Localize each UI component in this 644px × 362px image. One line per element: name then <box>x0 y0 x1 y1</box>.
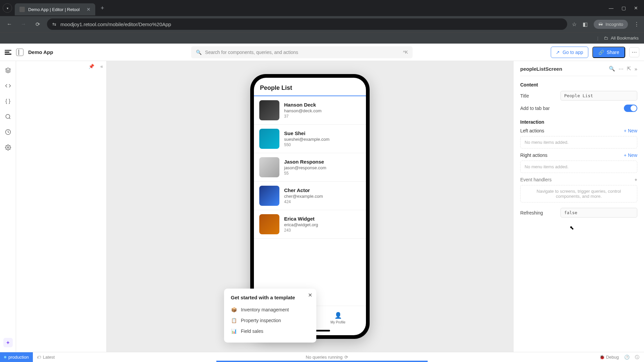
side-panel-icon[interactable]: ◧ <box>583 21 588 27</box>
incognito-badge: 🕶 Incognito <box>594 20 628 29</box>
close-tab-icon[interactable]: ✕ <box>87 7 91 12</box>
refreshing-input[interactable] <box>560 208 637 218</box>
browser-menu-icon[interactable]: ⋮ <box>634 21 639 27</box>
list-item[interactable]: Erica Widgeterica@widget.org243 <box>254 210 366 239</box>
tabbar-toggle[interactable] <box>624 105 637 112</box>
tab-search-icon[interactable]: ▾ <box>3 3 12 13</box>
forward-icon[interactable]: → <box>19 21 28 27</box>
maximize-icon[interactable]: ▢ <box>622 5 626 11</box>
tabbar-label: Add to tab bar <box>520 106 550 111</box>
list-item[interactable]: Hanson Deckhanson@deck.com37 <box>254 96 366 125</box>
search-insp-icon[interactable]: 🔍 <box>609 66 615 72</box>
search-rail-icon[interactable] <box>4 113 12 121</box>
person-email: erica@widget.org <box>284 222 318 227</box>
person-name: Erica Widget <box>284 216 318 222</box>
debug-button[interactable]: 🐞 Debug <box>599 355 619 360</box>
template-item-field-sales[interactable]: 📊 Field sales <box>231 326 310 337</box>
url-input[interactable]: ⇆ moodjoy1.retool.com/mobile/editor/Demo… <box>47 18 567 30</box>
refresh-icon[interactable]: ⟳ <box>344 355 348 360</box>
incognito-icon: 🕶 <box>598 22 603 27</box>
svg-marker-0 <box>5 68 10 71</box>
unpin-insp-icon[interactable]: ⇱ <box>627 66 631 72</box>
person-number: 550 <box>284 142 329 147</box>
go-to-app-button[interactable]: ↗ Go to app <box>551 47 588 58</box>
event-handlers-help: Navigate to screens, trigger queries, co… <box>520 185 637 202</box>
interaction-section-label: Interaction <box>520 119 637 125</box>
incognito-label: Incognito <box>605 22 623 27</box>
title-field-input[interactable] <box>560 91 637 101</box>
browser-tab-strip: ▾ Demo App | Editor | Retool ✕ + — ▢ ✕ <box>0 0 644 16</box>
expand-insp-icon[interactable]: » <box>635 66 637 72</box>
box-icon: 📦 <box>231 307 237 312</box>
reload-icon[interactable]: ⟳ <box>33 21 42 27</box>
more-menu-icon[interactable]: ⋯ <box>629 47 639 57</box>
bottom-accent-bar <box>216 361 428 362</box>
left-panel: 📌 « <box>16 61 107 352</box>
clipboard-icon: 📋 <box>231 318 237 323</box>
back-icon[interactable]: ← <box>5 21 14 27</box>
history-icon[interactable] <box>4 128 12 136</box>
event-handlers-label: Event handlers <box>520 177 551 182</box>
person-name: Hanson Deck <box>284 102 321 108</box>
info-icon[interactable]: ⓘ <box>635 354 639 360</box>
favicon-icon <box>19 7 25 12</box>
external-link-icon: ↗ <box>556 50 560 55</box>
browser-tab[interactable]: Demo App | Editor | Retool ✕ <box>15 3 95 15</box>
all-bookmarks-link[interactable]: All Bookmarks <box>611 36 639 41</box>
avatar <box>259 157 279 177</box>
template-heading: Get started with a template <box>231 295 310 300</box>
plus-icon: + <box>624 128 627 133</box>
list-item[interactable]: Sue Sheisueshei@example.com550 <box>254 125 366 153</box>
app-header: Demo App 🔍 Search for components, querie… <box>0 44 644 61</box>
tag-icon: 🏷 <box>37 355 41 360</box>
pin-icon[interactable]: 📌 <box>89 64 94 69</box>
environment-label: production <box>8 355 29 360</box>
status-bar: production 🏷 Latest No queries running ⟳… <box>0 352 644 362</box>
new-tab-button[interactable]: + <box>98 3 107 13</box>
global-search-input[interactable]: 🔍 Search for components, queries, and ac… <box>191 46 413 58</box>
link-icon: 🔗 <box>598 50 604 55</box>
more-insp-icon[interactable]: ⋯ <box>619 66 624 72</box>
person-name: Jason Response <box>284 159 326 165</box>
search-icon: 🔍 <box>196 50 202 55</box>
list-item[interactable]: Cher Actorcher@example.com424 <box>254 182 366 210</box>
site-info-icon[interactable]: ⇆ <box>52 21 56 27</box>
person-name: Cher Actor <box>284 187 323 193</box>
avatar <box>259 129 279 149</box>
person-email: jason@response.com <box>284 165 326 170</box>
minimize-icon[interactable]: — <box>609 5 613 11</box>
layers-icon[interactable] <box>4 66 12 74</box>
bookmark-star-icon[interactable]: ☆ <box>572 21 577 27</box>
tab-title: Demo App | Editor | Retool <box>28 7 79 12</box>
clock-icon[interactable]: 🕑 <box>624 355 630 360</box>
share-button[interactable]: 🔗 Share <box>592 47 625 58</box>
tab-my-profile[interactable]: 👤 My Profile <box>310 306 366 330</box>
version-selector[interactable]: 🏷 Latest <box>37 355 55 360</box>
close-window-icon[interactable]: ✕ <box>634 5 638 11</box>
environment-badge[interactable]: production <box>0 352 33 362</box>
folder-icon: 🗀 <box>604 36 608 41</box>
retool-logo-icon[interactable] <box>5 50 11 55</box>
right-actions-new-button[interactable]: + New <box>624 153 637 158</box>
template-item-inventory[interactable]: 📦 Inventory management <box>231 304 310 315</box>
close-icon[interactable]: ✕ <box>308 292 312 298</box>
braces-icon[interactable]: { } <box>4 97 12 105</box>
settings-icon[interactable] <box>4 143 12 152</box>
inspector-title: peopleListScreen <box>520 66 605 72</box>
template-item-property[interactable]: 📋 Property inspection <box>231 315 310 326</box>
left-actions-new-button[interactable]: + New <box>624 128 637 133</box>
canvas[interactable]: People List Hanson Deckhanson@deck.com37… <box>107 61 513 352</box>
refreshing-label: Refreshing <box>520 210 560 216</box>
list-item[interactable]: Jason Responsejason@response.com55 <box>254 153 366 182</box>
person-email: cher@example.com <box>284 194 323 199</box>
code-icon[interactable] <box>4 82 12 90</box>
left-actions-label: Left actions <box>520 128 544 133</box>
person-name: Sue Shei <box>284 130 329 136</box>
person-number: 37 <box>284 114 321 119</box>
panel-toggle-icon[interactable] <box>16 49 23 56</box>
people-list: Hanson Deckhanson@deck.com37Sue Sheisues… <box>254 96 366 306</box>
collapse-icon[interactable]: « <box>100 64 103 69</box>
svg-line-2 <box>9 118 10 119</box>
add-event-handler-button[interactable]: + <box>635 177 637 182</box>
ai-sparkle-icon[interactable]: ✦ <box>3 338 13 347</box>
